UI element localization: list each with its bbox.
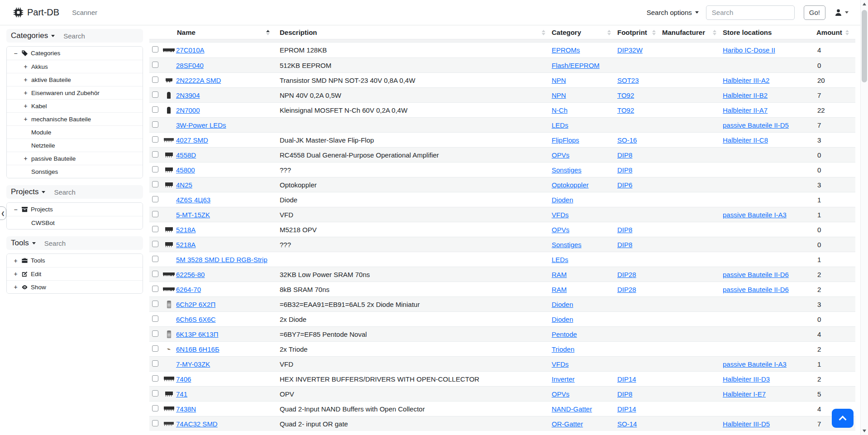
category-link[interactable]: VFDs [552,360,569,368]
part-name-link[interactable]: 6264-70 [176,286,201,293]
category-link[interactable]: LEDs [552,121,568,129]
tree-item-mechanische-bauteile[interactable]: +mechanische Bauteile [7,112,143,125]
tree-item-eisenwaren-und-zubeh-r[interactable]: +Eisenwaren und Zubehör [7,86,143,99]
categories-search-input[interactable] [63,32,131,40]
tree-item-sonstiges[interactable]: Sonstiges [7,165,143,178]
category-link[interactable]: RAM [552,271,567,278]
expand-icon[interactable]: + [23,155,29,162]
part-name-link[interactable]: 62256-80 [176,271,205,278]
category-link[interactable]: Dioden [552,301,573,308]
category-link[interactable]: OPVs [552,151,569,159]
vertical-scrollbar[interactable] [860,0,868,435]
expand-icon[interactable]: + [23,76,29,83]
store-location-link[interactable]: Halbleiter III-D5 [723,420,770,428]
footprint-link[interactable]: SO-14 [617,420,637,428]
footprint-link[interactable]: DIP8 [617,226,632,234]
category-link[interactable]: RAM [552,286,567,293]
category-link[interactable]: N-Ch [552,106,568,114]
expand-icon[interactable]: + [13,283,19,291]
store-location-link[interactable]: Halbleiter III-D3 [723,375,770,383]
store-location-link[interactable]: passive Bauteile II-D6 [723,286,789,293]
column-header-description[interactable]: Description [280,26,552,39]
category-link[interactable]: OR-Gatter [552,420,583,428]
part-name-link[interactable]: 3W-Power LEDs [176,121,226,129]
row-checkbox[interactable] [152,151,158,158]
part-name-link[interactable]: 6Ch6S 6X6C [176,315,216,323]
tree-item-module[interactable]: Module [7,125,143,139]
row-checkbox[interactable] [152,256,158,262]
store-location-link[interactable]: Halbleiter II-C8 [723,136,768,144]
tree-item-cwsbot[interactable]: CWSBot [7,216,143,229]
part-name-link[interactable]: 6N16B 6Н16Б [176,345,219,353]
sort-arrows-icon[interactable] [266,30,270,35]
expand-icon[interactable]: + [23,115,29,123]
part-name-link[interactable]: 5M 3528 SMD LED RGB-Strip [176,256,267,263]
part-name-link[interactable]: 5218A [176,226,196,234]
sort-arrows-icon[interactable] [713,30,716,35]
column-header-category[interactable]: Category [552,26,617,39]
category-link[interactable]: Inverter [552,375,575,383]
part-name-link[interactable]: 27C010A [176,46,205,54]
store-location-link[interactable]: Haribo IC-Dose II [723,46,775,54]
footprint-link[interactable]: DIP28 [617,286,636,293]
footprint-link[interactable]: SO-16 [617,136,637,144]
category-link[interactable]: FlipFlops [552,136,579,144]
part-name-link[interactable]: 741 [176,390,187,398]
sort-arrows-icon[interactable] [845,30,849,35]
expand-icon[interactable]: + [23,102,29,110]
user-menu[interactable] [835,9,849,16]
scrollbar-down-arrow[interactable] [863,430,866,432]
store-location-link[interactable]: Halbleiter III-A2 [723,76,769,84]
category-link[interactable]: Pentode [552,330,577,338]
tree-item-tools[interactable]: +Tools [7,254,143,267]
part-name-link[interactable]: 6K13P 6К13П [176,330,218,338]
scrollbar-up-arrow[interactable] [863,3,866,5]
footprint-link[interactable]: DIP8 [617,166,632,174]
part-name-link[interactable]: 2N7000 [176,106,200,114]
sort-arrows-icon[interactable] [652,30,656,35]
row-checkbox[interactable] [152,405,158,411]
go-button[interactable]: Go! [804,5,825,20]
collapse-icon[interactable]: − [13,206,19,213]
row-checkbox[interactable] [152,226,158,232]
category-link[interactable]: NAND-Gatter [552,405,592,413]
tree-item-kabel[interactable]: +Kabel [7,99,143,112]
category-link[interactable]: VFDs [552,211,569,219]
part-name-link[interactable]: 4N25 [176,181,192,189]
category-link[interactable]: Trioden [552,345,574,353]
store-location-link[interactable]: passive Bauteile II-D5 [723,121,789,129]
category-link[interactable]: EPROMs [552,46,580,54]
tree-item-aktive-bauteile[interactable]: +aktive Bauteile [7,73,143,86]
tree-item-passive-bauteile[interactable]: +passive Bauteile [7,152,143,165]
category-link[interactable]: Optokoppler [552,181,589,189]
column-header-amount[interactable]: Amount [816,26,855,39]
row-checkbox[interactable] [152,390,158,397]
category-link[interactable]: NPN [552,91,566,99]
part-name-link[interactable]: 7406 [176,375,191,383]
tree-item-edit[interactable]: +Edit [7,267,143,280]
sort-arrows-icon[interactable] [607,30,611,35]
tools-search-input[interactable] [44,239,112,247]
scrollbar-thumb[interactable] [862,10,867,82]
collapse-icon[interactable]: − [13,50,19,57]
column-header-footprint[interactable]: Footprint [617,26,662,39]
tree-item-projects[interactable]: −Projects [7,203,143,216]
row-checkbox[interactable] [152,420,158,426]
nav-item-scanner[interactable]: Scanner [72,9,97,16]
row-checkbox[interactable] [152,375,158,382]
store-location-link[interactable]: passive Bauteile I-A3 [723,360,787,368]
category-link[interactable]: Sonstiges [552,166,582,174]
category-link[interactable]: NPN [552,76,566,84]
part-name-link[interactable]: 45800 [176,166,195,174]
part-name-link[interactable]: 4558D [176,151,196,159]
category-link[interactable]: Dioden [552,196,573,204]
row-checkbox[interactable] [152,76,158,83]
expand-icon[interactable]: + [13,257,19,264]
category-link[interactable]: Flash/EEPROM [552,62,600,69]
row-checkbox[interactable] [152,241,158,247]
footprint-link[interactable]: DIP8 [617,151,632,159]
part-name-link[interactable]: 7438N [176,405,196,413]
row-checkbox[interactable] [152,46,158,53]
tools-dropdown[interactable]: Tools [11,239,36,248]
store-location-link[interactable]: Halbleiter I-E7 [723,390,766,398]
